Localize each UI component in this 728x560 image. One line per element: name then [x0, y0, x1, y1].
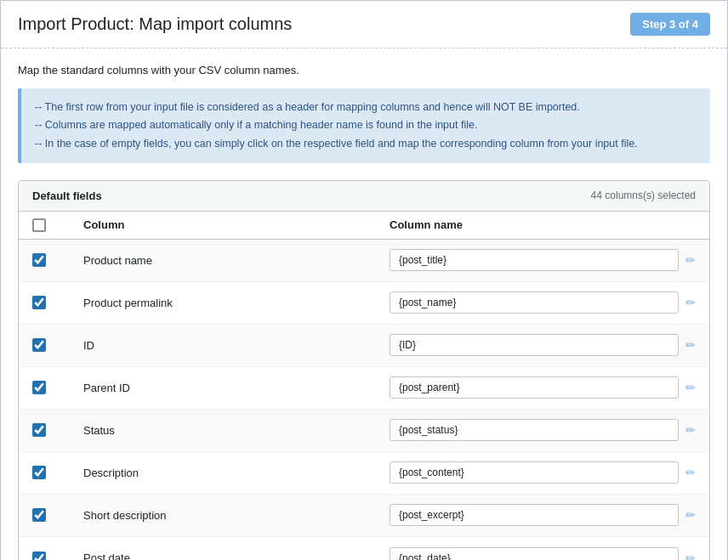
col-name-cell: Product permalink: [83, 297, 390, 309]
edit-icon[interactable]: ✏: [685, 381, 696, 394]
col-name-cell: Parent ID: [83, 382, 390, 394]
col-header-column: Column: [83, 218, 390, 232]
row-checkbox[interactable]: [32, 552, 46, 560]
col-name-cell: Description: [83, 467, 390, 479]
table-rows: Product name ✏ Product permalink ✏ ID ✏: [19, 240, 709, 560]
col-header-column-name: Column name: [390, 218, 696, 232]
row-checkbox[interactable]: [32, 508, 46, 522]
col-name-cell: Product name: [83, 254, 390, 267]
edit-icon[interactable]: ✏: [685, 338, 696, 352]
col-value-cell: ✏: [390, 547, 696, 560]
col-value-cell: ✏: [390, 334, 696, 356]
col-value-input[interactable]: [390, 249, 679, 271]
page-header: Import Product: Map import columns Step …: [1, 1, 727, 48]
row-checkbox[interactable]: [32, 423, 46, 437]
col-header-checkbox-cell: [32, 218, 83, 232]
col-value-cell: ✏: [390, 504, 696, 526]
info-line-1: -- The first row from your input file is…: [35, 99, 697, 116]
checkbox-cell: [32, 508, 83, 522]
table-row: Status ✏: [19, 410, 709, 452]
info-box: -- The first row from your input file is…: [18, 88, 710, 163]
checkbox-cell: [32, 296, 83, 309]
col-value-cell: ✏: [390, 419, 696, 441]
col-value-input[interactable]: [390, 504, 679, 526]
table-row: Short description ✏: [19, 495, 709, 537]
table-row: Parent ID ✏: [19, 367, 709, 410]
edit-icon[interactable]: ✏: [685, 466, 696, 479]
table-header-bar: Default fields 44 columns(s) selected: [19, 181, 709, 212]
info-line-3: -- In the case of empty fields, you can …: [35, 135, 697, 153]
table-row: Product name ✏: [19, 240, 709, 282]
col-value-input[interactable]: [390, 547, 679, 560]
row-checkbox[interactable]: [32, 466, 46, 479]
row-checkbox[interactable]: [32, 381, 46, 394]
col-value-cell: ✏: [390, 249, 696, 271]
table-row: Product permalink ✏: [19, 282, 709, 325]
row-checkbox[interactable]: [32, 253, 46, 267]
col-value-input[interactable]: [390, 334, 679, 356]
col-value-cell: ✏: [390, 461, 696, 484]
table-section-title: Default fields: [32, 189, 102, 202]
step-badge: Step 3 of 4: [630, 13, 710, 36]
fields-table: Default fields 44 columns(s) selected Co…: [18, 180, 710, 560]
col-name-cell: Post date: [83, 552, 390, 560]
page-title: Import Product: Map import columns: [18, 14, 292, 34]
col-value-input[interactable]: [390, 419, 679, 441]
checkbox-cell: [32, 338, 83, 352]
columns-selected-count: 44 columns(s) selected: [591, 189, 696, 201]
col-name-cell: Status: [83, 424, 390, 437]
edit-icon[interactable]: ✏: [685, 296, 696, 309]
row-checkbox[interactable]: [32, 296, 46, 309]
col-headers: Column Column name: [19, 212, 709, 240]
col-name-cell: Short description: [83, 509, 390, 522]
page-content: Map the standard columns with your CSV c…: [1, 48, 727, 560]
col-value-input[interactable]: [390, 461, 679, 484]
checkbox-cell: [32, 253, 83, 267]
checkbox-cell: [32, 423, 83, 437]
col-name-cell: ID: [83, 339, 390, 352]
edit-icon[interactable]: ✏: [685, 253, 696, 267]
page-container: Import Product: Map import columns Step …: [0, 0, 728, 560]
checkbox-cell: [32, 466, 83, 479]
edit-icon[interactable]: ✏: [685, 508, 696, 522]
col-value-cell: ✏: [390, 291, 696, 314]
edit-icon[interactable]: ✏: [685, 552, 696, 560]
col-value-cell: ✏: [390, 376, 696, 399]
row-checkbox[interactable]: [32, 338, 46, 352]
table-row: Description ✏: [19, 452, 709, 495]
subtitle: Map the standard columns with your CSV c…: [18, 64, 710, 76]
edit-icon[interactable]: ✏: [685, 423, 696, 437]
header-checkbox[interactable]: [32, 218, 46, 232]
col-value-input[interactable]: [390, 291, 679, 314]
checkbox-cell: [32, 552, 83, 560]
table-row: ID ✏: [19, 325, 709, 367]
checkbox-cell: [32, 381, 83, 394]
table-row: Post date ✏: [19, 537, 709, 560]
col-value-input[interactable]: [390, 376, 679, 399]
info-line-2: -- Columns are mapped automatically only…: [35, 116, 697, 134]
